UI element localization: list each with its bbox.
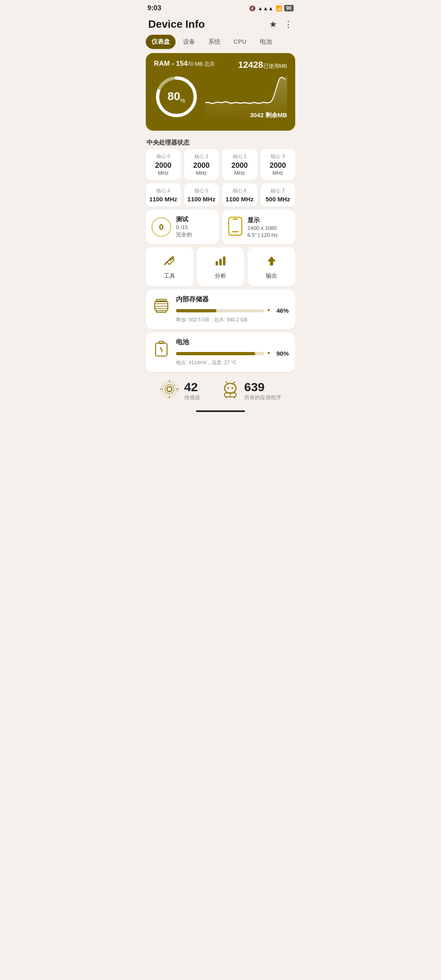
sensor-icon [160, 379, 179, 402]
battery-progress-row: • 90% [176, 349, 289, 358]
storage-progress-bar [176, 309, 264, 312]
tab-battery[interactable]: 电池 [254, 35, 278, 49]
display-text: 显示 980 x 441 6.5" | 120 Hz [247, 216, 278, 238]
tab-system[interactable]: 系统 [203, 35, 226, 49]
cpu-core-2: 核心 2 2000 MHz [222, 149, 257, 180]
svg-rect-13 [155, 308, 168, 309]
battery-progress-fill [176, 352, 255, 355]
tab-cpu[interactable]: CPU [228, 35, 252, 49]
ram-title: RAM - 15470 MB 总共 [154, 60, 215, 70]
mute-icon: 🔇 [249, 5, 256, 11]
svg-rect-17 [159, 341, 164, 343]
storage-sub: 释放: 502.5 GB，总共: 940.2 GB [176, 316, 289, 323]
ram-gauge: 80% [154, 74, 199, 119]
svg-marker-9 [267, 256, 276, 265]
svg-point-21 [160, 380, 178, 398]
export-button[interactable]: 输出 [247, 247, 295, 286]
cpu-core-1: 核心 1 2000 MHz [184, 149, 219, 180]
tab-bar: 仪表盘 设备 系统 CPU 电池 [141, 35, 300, 49]
cpu-grid-row2: 核心 4 1100 MHz 核心 5 1100 MHz 核心 6 1100 MH… [141, 183, 300, 210]
home-bar [196, 410, 245, 412]
svg-rect-16 [156, 343, 167, 356]
star-button[interactable]: ★ [269, 19, 277, 30]
sensor-text: 42 传感器 [184, 380, 200, 401]
android-icon [221, 380, 239, 401]
signal-icon: ▲▲▲ [258, 5, 274, 11]
test-icon: 0 [151, 217, 171, 237]
tools-icon [149, 254, 190, 270]
cpu-core-7: 核心 7 500 MHz [261, 183, 296, 207]
cpu-section-label: 中央处理器状态 [141, 136, 300, 149]
battery-icon [152, 340, 170, 361]
apps-text: 639 所有的应用程序 [244, 380, 281, 401]
tools-label: 工具 [149, 272, 190, 280]
battery-card: 电池 • 90% 电压: 4114mV，温度: 27 °C [146, 332, 295, 372]
ram-body: 80% 3042 剩余MB [154, 74, 287, 119]
analyze-icon [200, 254, 241, 270]
storage-progress-fill [176, 309, 216, 312]
test-text: 测试 0 /15 完全的 [176, 216, 192, 238]
battery-progress-bar [176, 352, 264, 355]
svg-rect-6 [216, 261, 218, 265]
svg-line-29 [226, 382, 228, 384]
test-card: 0 测试 0 /15 完全的 [146, 210, 219, 244]
apps-count: 639 [244, 380, 281, 394]
more-button[interactable]: ⋮ [284, 19, 293, 30]
cpu-core-3: 核心 3 2000 MHz [261, 149, 296, 180]
sensor-count: 42 [184, 380, 200, 394]
bottom-stats: 42 传感器 639 所有的应 [141, 375, 300, 408]
svg-rect-5 [232, 231, 238, 232]
cpu-grid-row1: 核心 0 2000 MHz 核心 1 2000 MHz 核心 2 2000 MH… [141, 149, 300, 183]
battery-sub: 电压: 4114mV，温度: 27 °C [176, 359, 289, 366]
cpu-core-0: 核心 0 2000 MHz [146, 149, 181, 180]
svg-rect-7 [219, 259, 222, 265]
status-time: 9:03 [147, 4, 161, 12]
battery-badge: 90 [284, 5, 294, 11]
battery-progress-dot: • [267, 349, 270, 358]
svg-rect-8 [223, 256, 225, 265]
action-row: 工具 分析 输出 [141, 247, 300, 290]
app-title: Device Info [148, 18, 205, 31]
analyze-label: 分析 [200, 272, 241, 280]
storage-title: 内部存储器 [176, 295, 289, 304]
ram-header: RAM - 15470 MB 总共 12428已使用MB [154, 60, 287, 70]
wave-chart: 3042 剩余MB [205, 74, 287, 119]
svg-line-30 [233, 382, 235, 384]
svg-rect-15 [156, 311, 166, 312]
svg-rect-3 [229, 217, 242, 235]
svg-point-27 [227, 387, 229, 389]
svg-point-18 [167, 387, 172, 392]
ram-percent-label: 80% [167, 90, 185, 104]
status-icons: 🔇 ▲▲▲ 📶 90 [249, 5, 294, 11]
svg-rect-4 [233, 218, 238, 220]
svg-point-28 [232, 387, 233, 389]
ram-used: 12428已使用MB [238, 60, 287, 70]
sensor-label: 传感器 [184, 394, 200, 401]
battery-content: 电池 • 90% 电压: 4114mV，温度: 27 °C [176, 338, 289, 366]
ram-card: RAM - 15470 MB 总共 12428已使用MB 80% [146, 53, 295, 131]
cpu-core-5: 核心 5 1100 MHz [184, 183, 219, 207]
tab-dashboard[interactable]: 仪表盘 [146, 35, 176, 49]
tab-device[interactable]: 设备 [177, 35, 201, 49]
sensor-stat: 42 传感器 [160, 379, 200, 402]
tools-button[interactable]: 工具 [146, 247, 194, 286]
header-icons: ★ ⋮ [269, 19, 293, 30]
svg-rect-11 [155, 303, 168, 304]
svg-point-19 [165, 385, 174, 394]
storage-card: 内部存储器 • 46% 释放: 502.5 GB，总共: 940.2 GB [146, 290, 295, 329]
svg-rect-12 [155, 306, 168, 307]
export-icon [251, 254, 292, 270]
cpu-core-6: 核心 6 1100 MHz [222, 183, 257, 207]
cpu-core-4: 核心 4 1100 MHz [146, 183, 181, 207]
wifi-icon: 📶 [276, 5, 282, 11]
status-bar: 9:03 🔇 ▲▲▲ 📶 90 [141, 0, 300, 14]
export-label: 输出 [251, 272, 292, 280]
ram-remaining: 3042 剩余MB [250, 111, 287, 119]
apps-stat: 639 所有的应用程序 [221, 380, 281, 401]
display-card: 显示 980 x 441 6.5" | 120 Hz [222, 210, 295, 244]
storage-progress-row: • 46% [176, 306, 289, 315]
display-icon [228, 216, 243, 238]
app-header: Device Info ★ ⋮ [141, 14, 300, 35]
analyze-button[interactable]: 分析 [197, 247, 245, 286]
battery-title: 电池 [176, 338, 289, 347]
